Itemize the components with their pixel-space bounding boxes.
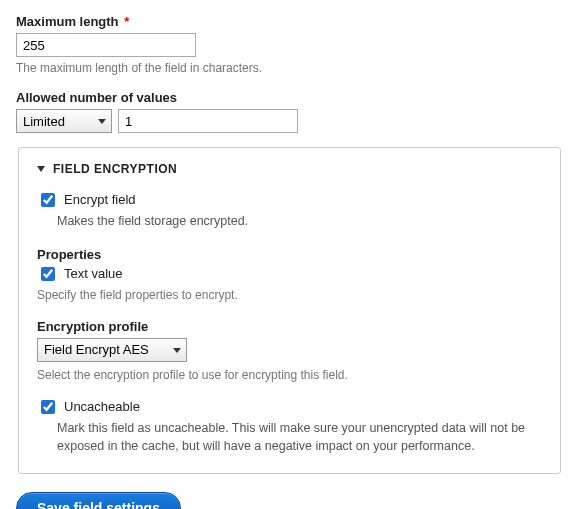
max-length-description: The maximum length of the field in chara… <box>16 60 563 76</box>
max-length-field: Maximum length * The maximum length of t… <box>16 14 563 76</box>
field-encryption-legend[interactable]: Field Encryption <box>37 162 542 176</box>
uncacheable-block: Uncacheable Mark this field as uncacheab… <box>37 399 542 455</box>
text-value-checkbox[interactable] <box>41 267 55 281</box>
max-length-input[interactable] <box>16 33 196 57</box>
properties-block: Properties Text value Specify the field … <box>37 247 542 303</box>
field-encryption-legend-text: Field Encryption <box>53 162 177 176</box>
encrypt-field-checkbox[interactable] <box>41 193 55 207</box>
uncacheable-label: Uncacheable <box>64 399 140 414</box>
field-encryption-fieldset: Field Encryption Encrypt field Makes the… <box>18 147 561 474</box>
cardinality-row: Limited <box>16 109 563 133</box>
text-value-label: Text value <box>64 266 123 281</box>
properties-heading: Properties <box>37 247 542 262</box>
cardinality-field: Allowed number of values Limited <box>16 90 563 133</box>
uncacheable-description: Mark this field as uncacheable. This wil… <box>57 420 542 455</box>
properties-description: Specify the field properties to encrypt. <box>37 287 542 303</box>
max-length-label-text: Maximum length <box>16 14 119 29</box>
encryption-profile-select[interactable]: Field Encrypt AES <box>37 338 187 362</box>
encryption-profile-block: Encryption profile Field Encrypt AES Sel… <box>37 319 542 383</box>
text-value-row: Text value <box>37 266 542 284</box>
save-button[interactable]: Save field settings <box>16 492 181 509</box>
encryption-profile-description: Select the encryption profile to use for… <box>37 367 542 383</box>
encryption-profile-wrap: Field Encrypt AES <box>37 338 187 362</box>
cardinality-number-input[interactable] <box>118 109 298 133</box>
uncacheable-checkbox[interactable] <box>41 400 55 414</box>
encrypt-field-block: Encrypt field Makes the field storage en… <box>37 192 542 231</box>
max-length-label: Maximum length * <box>16 14 563 29</box>
encrypt-field-label: Encrypt field <box>64 192 136 207</box>
cardinality-label: Allowed number of values <box>16 90 563 105</box>
cardinality-mode-select[interactable]: Limited <box>16 109 112 133</box>
uncacheable-row: Uncacheable <box>37 399 542 417</box>
encrypt-field-description: Makes the field storage encrypted. <box>57 213 542 231</box>
disclosure-triangle-icon <box>37 166 45 172</box>
required-marker: * <box>124 14 129 29</box>
encryption-profile-label: Encryption profile <box>37 319 542 334</box>
cardinality-mode-wrap: Limited <box>16 109 112 133</box>
encrypt-field-row: Encrypt field <box>37 192 542 210</box>
